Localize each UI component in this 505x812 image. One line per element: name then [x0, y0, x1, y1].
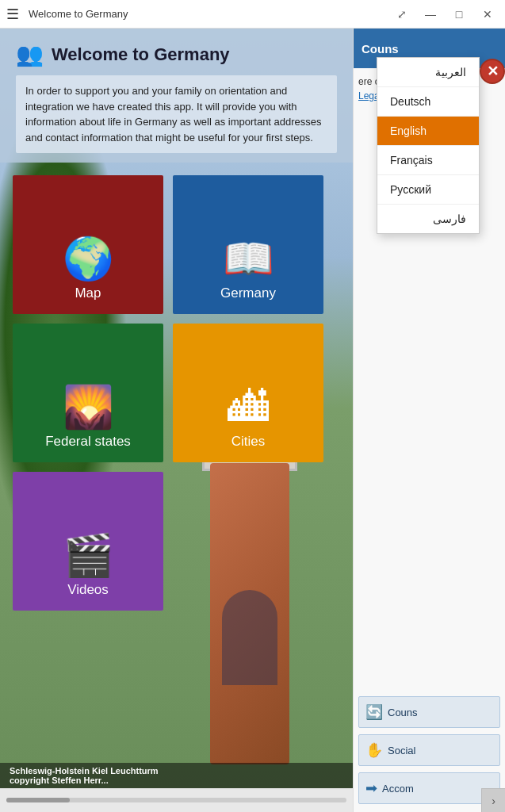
social-label: Social — [388, 745, 415, 756]
app-title-text: Welcome to Germany — [52, 44, 230, 65]
tile-germany[interactable]: 📖 Germany — [173, 175, 323, 314]
accommodation-label: Accom — [382, 783, 414, 795]
germany-tile-label: Germany — [220, 285, 276, 301]
counseling-label: Couns — [388, 707, 418, 718]
language-dropdown-menu[interactable]: العربية Deutsch English Français Русский… — [377, 57, 480, 234]
counseling-button[interactable]: 🔄 Couns — [358, 696, 500, 728]
lang-farsi[interactable]: فارسی — [377, 205, 479, 233]
caption-line1: Schleswig-Holstein Kiel Leuchtturm — [10, 766, 343, 776]
tiles-grid: 🌍 Map 📖 Germany 🌄 Federal states 🏙 Citie… — [0, 163, 353, 623]
scroll-thumb[interactable] — [6, 798, 70, 802]
tile-cities[interactable]: 🏙 Cities — [173, 324, 323, 462]
app-description: In order to support you and your family … — [16, 75, 337, 153]
left-panel: 👥 Welcome to Germany In order to support… — [0, 29, 353, 812]
people-icon: 👥 — [16, 41, 44, 67]
scroll-track[interactable] — [6, 798, 346, 802]
close-button[interactable]: ✕ — [476, 3, 499, 25]
language-dropdown-overlay: العربية Deutsch English Français Русский… — [377, 57, 505, 234]
germany-tile-icon: 📖 — [223, 238, 274, 279]
social-button[interactable]: ✋ Social — [358, 734, 500, 766]
counseling-icon: 🔄 — [365, 703, 383, 721]
scroll-right-arrow[interactable]: › — [481, 788, 505, 812]
social-icon: ✋ — [365, 741, 383, 759]
lang-english[interactable]: English — [377, 117, 479, 146]
accommodation-button[interactable]: ➡ Accom — [358, 772, 500, 804]
map-tile-label: Map — [75, 285, 101, 301]
cities-tile-icon: 🏙 — [228, 386, 269, 427]
federal-tile-label: Federal states — [45, 434, 131, 450]
dropdown-close-button[interactable]: ✕ — [480, 59, 505, 84]
menu-icon[interactable]: ☰ — [6, 6, 19, 23]
lang-arabic[interactable]: العربية — [377, 58, 479, 87]
main-layout: 👥 Welcome to Germany In order to support… — [0, 29, 505, 812]
app-header: 👥 Welcome to Germany In order to support… — [0, 29, 353, 163]
minimize-button[interactable]: — — [419, 3, 442, 25]
lang-deutsch[interactable]: Deutsch — [377, 87, 479, 117]
cities-tile-label: Cities — [231, 434, 266, 450]
bottom-scrollbar[interactable] — [0, 788, 353, 812]
window-title: Welcome to Germany — [29, 8, 391, 20]
tile-map[interactable]: 🌍 Map — [13, 175, 163, 314]
accommodation-icon: ➡ — [365, 779, 377, 797]
lang-francais[interactable]: Français — [377, 146, 479, 175]
lang-russian[interactable]: Русский — [377, 175, 479, 205]
tile-federal-states[interactable]: 🌄 Federal states — [13, 324, 163, 462]
caption-line2: copyright Steffen Herr... — [10, 776, 343, 785]
tile-videos[interactable]: 🎬 Videos — [13, 472, 163, 611]
expand-button[interactable]: ⤢ — [391, 3, 413, 25]
maximize-button[interactable]: □ — [448, 3, 470, 25]
videos-tile-label: Videos — [67, 582, 109, 598]
videos-tile-icon: 🎬 — [63, 534, 114, 576]
map-tile-icon: 🌍 — [63, 238, 114, 279]
window-controls: ⤢ — □ ✕ — [391, 3, 499, 25]
app-title: 👥 Welcome to Germany — [16, 41, 337, 67]
title-bar: ☰ Welcome to Germany ⤢ — □ ✕ — [0, 0, 505, 29]
federal-tile-icon: 🌄 — [63, 386, 114, 427]
bottom-caption: Schleswig-Holstein Kiel Leuchtturm copyr… — [0, 763, 353, 788]
